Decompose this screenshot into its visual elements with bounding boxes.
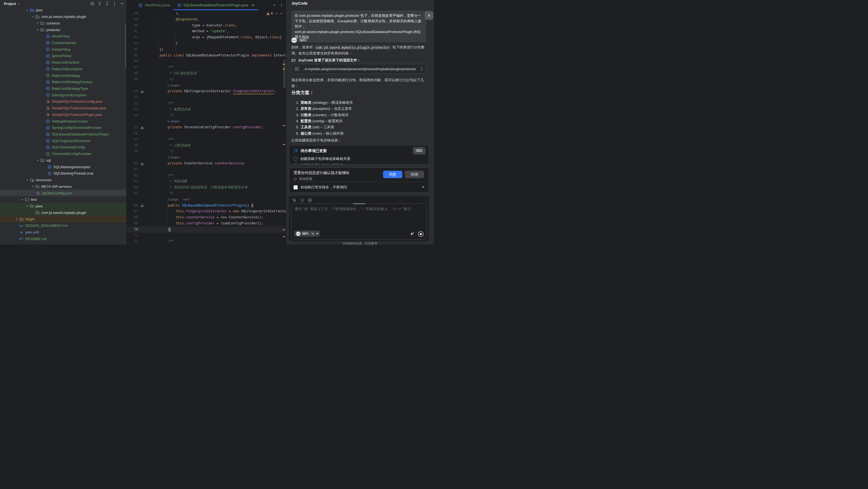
tree-item-IgnorePolicy[interactable]: CIgnorePolicy <box>0 53 126 59</box>
code-line-66[interactable]: 66 public SQLBasedDatabaseProtectorPlugi… <box>127 203 285 209</box>
code-line-52[interactable]: 52 /** <box>127 100 285 106</box>
code-line-62[interactable]: 62 /** <box>127 173 285 179</box>
tree-item-pom.xml[interactable]: mpom.xml <box>0 229 126 236</box>
code-inlay-row[interactable]: 5 usages <box>127 118 285 124</box>
tree-item-com.jd.sword.mybatis.plugin[interactable]: com.jd.sword.mybatis.plugin <box>0 13 126 20</box>
tab-list-dropdown-icon[interactable] <box>272 3 276 7</box>
code-line-40[interactable]: 40 type = Executor.class, <box>127 23 285 29</box>
code-line-71[interactable]: 71 <box>127 233 285 239</box>
tree-item-SQLMarkingThreadLocal[interactable]: CSQLMarkingThreadLocal <box>0 170 126 177</box>
tree-item-META-INF.services[interactable]: META-INF.services <box>0 183 126 190</box>
code-line-61[interactable]: 61 <box>127 166 285 173</box>
code-line-64[interactable]: 64 * 初始化SQL指纹提取器、计数器服务和配置提供者 <box>127 184 285 190</box>
tree-item-AbortPolicy[interactable]: CAbortPolicy <box>0 33 126 40</box>
code-line-47[interactable]: 47 /** <box>127 64 285 70</box>
tree-item-CounterService[interactable]: CCounterService <box>0 40 126 46</box>
code-line-51[interactable]: 51 <box>127 94 285 100</box>
vcs-inlay[interactable]: new * <box>183 198 191 201</box>
warning-stripe[interactable] <box>283 236 285 237</box>
bean-gutter-icon[interactable] <box>140 204 144 209</box>
usage-inlay[interactable]: 1 usagenew * <box>167 196 191 203</box>
project-panel-title[interactable]: Project <box>4 2 16 6</box>
tree-item-common[interactable]: common <box>0 20 126 26</box>
tree-item-SilentIgnoreException[interactable]: SilentIgnoreException <box>0 92 126 98</box>
tree-item-target[interactable]: target <box>0 216 126 222</box>
editor-scrollbar[interactable] <box>283 59 285 88</box>
code-inlay-row[interactable]: 3 usages <box>127 154 285 160</box>
code-line-65[interactable]: 65 */ <box>127 190 285 196</box>
usage-inlay[interactable]: 3 usages <box>167 154 180 160</box>
code-line-70[interactable]: 70 } <box>127 226 285 233</box>
tree-item-RateLimitStrategyType[interactable]: ERateLimitStrategyType <box>0 85 126 92</box>
code-line-39[interactable]: 39 @Signature( <box>127 17 285 23</box>
project-scrollbar[interactable] <box>125 24 126 68</box>
close-panel-button[interactable] <box>425 11 433 20</box>
prev-warning-icon[interactable] <box>275 12 278 15</box>
code-line-38[interactable]: 38 ), <box>127 10 285 17</box>
new-chat-icon[interactable] <box>308 198 312 202</box>
code-inlay-row[interactable]: 1 usagenew * <box>127 196 285 203</box>
code-line-68[interactable]: 68 this.counterService = new CounterServ… <box>127 214 285 220</box>
code-line-72[interactable]: 72 /** <box>127 239 285 245</box>
bean-gutter-icon[interactable] <box>140 162 144 167</box>
tree-item-README.md[interactable]: MREADME.md <box>0 236 126 242</box>
code-line-63[interactable]: 63 * 构造函数 <box>127 178 285 184</box>
model-selector-button[interactable] <box>309 231 320 237</box>
enhance-prompt-icon[interactable] <box>409 231 415 237</box>
tree-item-SlidingWindowCounter[interactable]: CSlidingWindowCounter <box>0 118 126 124</box>
expand-collapse-icon[interactable] <box>420 67 423 71</box>
tree-item-DESIGN_DOCUMENT.md[interactable]: MDESIGN_DOCUMENT.md <box>0 222 126 229</box>
code-line-50[interactable]: 50 private SQLFingerprintExtractor finge… <box>127 88 285 94</box>
tree-item-java[interactable]: java <box>0 203 126 210</box>
code-line-59[interactable]: 59 */ <box>127 148 285 154</box>
warning-stripe[interactable] <box>283 144 285 145</box>
code-line-58[interactable]: 58 * 计数器服务 <box>127 143 285 149</box>
code-line-48[interactable]: 48 * SQL指纹提取器 <box>127 70 285 77</box>
code-line-56[interactable]: 56 <box>127 130 285 136</box>
tree-item-test[interactable]: test <box>0 196 126 203</box>
code-line-41[interactable]: 41 method = "update", <box>127 28 285 34</box>
code-editor[interactable]: 38 ),39 @Signature(40 type = Executor.cl… <box>127 10 285 245</box>
code-line-42[interactable]: 42 args = {MappedStatement.class, Object… <box>127 34 285 40</box>
code-line-44[interactable]: 44}) <box>127 47 285 53</box>
tree-item-com.jd.sword.mybatis.plugin[interactable]: com.jd.sword.mybatis.plugin <box>0 209 126 216</box>
code-line-46[interactable]: 46 <box>127 58 285 64</box>
code-line-67[interactable]: 67 this.fingerprintExtractor = new SQLFi… <box>127 208 285 214</box>
code-line-60[interactable]: 60 private CounterService counterService… <box>127 160 285 166</box>
tree-item-SimpleSQLProtectorExample.java[interactable]: SimpleSQLProtectorExample.java <box>0 105 126 112</box>
usage-inlay[interactable]: 5 usages <box>167 118 180 124</box>
tree-item-ThresholdConfigProvider[interactable]: IThresholdConfigProvider <box>0 151 126 157</box>
tree-item-sql[interactable]: sql <box>0 157 126 164</box>
settings-sliders-icon[interactable] <box>292 198 296 202</box>
reject-button[interactable]: 拒绝 <box>405 171 424 178</box>
tree-item-SimpleSQLProtectorPlugin.java[interactable]: SimpleSQLProtectorPlugin.java <box>0 112 126 118</box>
hide-panel-icon[interactable] <box>120 1 124 6</box>
code-line-49[interactable]: 49 */ <box>127 77 285 83</box>
tree-item-sql-limit-config.json[interactable]: {}sql-limit-config.json <box>0 190 126 196</box>
code-line-45[interactable]: 45public class SQLBasedDatabaseProtector… <box>127 53 285 59</box>
tree-item-SQLMarkingInterceptor[interactable]: CSQLMarkingInterceptor <box>0 163 126 170</box>
auto-execute-checkbox[interactable] <box>293 185 298 189</box>
tree-item-SQLThresholdConfig[interactable]: CSQLThresholdConfig <box>0 144 126 151</box>
path-selector[interactable]: >_ ...d-mybatis-plugins/src/main/java/co… <box>291 64 426 74</box>
tree-item-RateLimitException[interactable]: RateLimitException <box>0 65 126 72</box>
code-line-57[interactable]: 57 /** <box>127 136 285 143</box>
usage-inlay[interactable]: 2 usages <box>167 83 180 89</box>
tree-item-resources[interactable]: resources <box>0 177 126 183</box>
tree-item-SpringConfigThresholdProvider[interactable]: CSpringConfigThresholdProvider <box>0 124 126 131</box>
package-chip[interactable]: com.jd.sword.mybatis.plugin.protector <box>314 45 391 50</box>
editor-more-options-icon[interactable] <box>280 3 283 7</box>
locate-file-icon[interactable] <box>90 1 94 6</box>
agree-button[interactable]: 同意 <box>383 171 402 178</box>
code-line-54[interactable]: 54 */ <box>127 113 285 119</box>
code-line-69[interactable]: 69 this.configProvider = loadConfigProvi… <box>127 220 285 226</box>
more-options-icon[interactable] <box>112 1 117 6</box>
chat-input[interactable] <box>292 205 426 229</box>
warning-stripe[interactable] <box>283 125 285 126</box>
tree-item-SQLBasedDatabaseProtectorPlugin[interactable]: CSQLBasedDatabaseProtectorPlugin <box>0 131 126 138</box>
history-list-icon[interactable] <box>300 198 304 202</box>
tab-AbortPolicy.java[interactable]: CAbortPolicy.java <box>135 0 174 10</box>
resize-handle[interactable] <box>353 203 365 205</box>
tree-item-DelayPolicy[interactable]: CDelayPolicy <box>0 46 126 53</box>
tree-item-RateLimitStrategyFactory[interactable]: CRateLimitStrategyFactory <box>0 79 126 85</box>
